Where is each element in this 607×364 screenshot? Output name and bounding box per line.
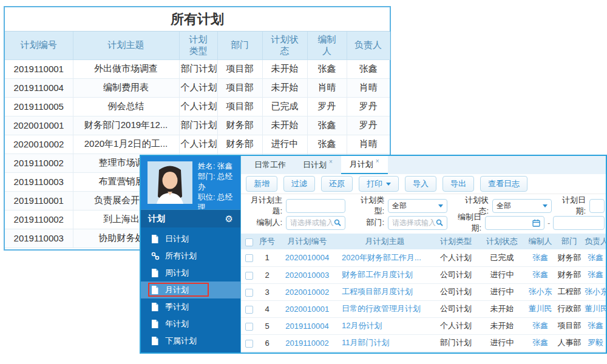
plan-owner-cell: 肖晴 xyxy=(347,135,390,153)
type-filter-select[interactable]: 全部 xyxy=(388,199,447,213)
monthly-plan-column-header: 计划类型 xyxy=(433,234,479,249)
compile-date-end-input[interactable] xyxy=(553,216,605,230)
all-plans-column-header: 计划状态 xyxy=(262,32,307,59)
profile-info: 姓名: 张鑫 部门: 总经办 职位: 总经理 xyxy=(192,161,236,204)
row-checkbox[interactable] xyxy=(245,254,253,262)
plan-subject-link[interactable]: 11月部门计划 xyxy=(337,334,433,351)
table-row[interactable]: 2019110004 编制费用表 个人计划 项目部 未开始 肖晴 肖晴 xyxy=(5,78,390,97)
plan-date-filter-input[interactable] xyxy=(589,199,605,213)
table-row[interactable]: 2020010002 2020年1月2日的工... 个人计划 财务部 进行中 张… xyxy=(5,135,390,153)
plan-owner-link[interactable]: 张鑫 xyxy=(583,317,606,334)
table-row[interactable]: 4 2020010001 日常的行政管理月计划 公司计划 未开始 董川民 行政部… xyxy=(241,300,606,317)
all-plans-column-header: 计划主题 xyxy=(73,32,179,59)
toolbar-button[interactable]: 过滤 xyxy=(283,176,315,192)
row-number-cell: 4 xyxy=(257,300,277,317)
compile-date-start-input[interactable] xyxy=(485,216,544,230)
sidebar-menu-item[interactable]: 月计划 xyxy=(141,281,240,298)
plan-code-cell: 2019110004 xyxy=(5,78,73,97)
table-row[interactable]: 2020010001 财务部门2019年12... 部门计划 财务部 未开始 张… xyxy=(5,116,390,135)
row-checkbox[interactable] xyxy=(245,289,253,297)
plan-compiler-link[interactable]: 董川民 xyxy=(525,300,555,317)
row-select-cell xyxy=(241,317,257,334)
toolbar-button[interactable]: 打印 xyxy=(359,176,399,192)
plan-dept-cell: 项目部 xyxy=(555,317,583,334)
plan-code-link[interactable]: 2020010001 xyxy=(277,300,337,317)
plan-subject-link[interactable]: 12月份计划 xyxy=(337,317,433,334)
sidebar-menu-item[interactable]: 下属计划 xyxy=(141,332,240,349)
table-row[interactable]: 2019110001 外出做市场调查 部门计划 项目部 未开始 张鑫 张鑫 xyxy=(5,59,390,78)
plan-type-cell: 公司计划 xyxy=(433,300,479,317)
plan-compiler-link[interactable]: 张鑫 xyxy=(525,266,555,283)
toolbar-button[interactable]: 还原 xyxy=(321,176,353,192)
tab[interactable]: 月计划 × xyxy=(341,156,388,174)
chevron-down-icon xyxy=(438,204,443,207)
row-checkbox[interactable] xyxy=(245,272,253,280)
plan-code-link[interactable]: 2019110004 xyxy=(277,317,337,334)
plan-owner-link[interactable]: 张鑫 xyxy=(583,266,606,283)
plan-compiler-link[interactable]: 张鑫 xyxy=(525,317,555,334)
toolbar-button[interactable]: 导出 xyxy=(443,176,474,192)
sidebar-menu-item[interactable]: 周计划 xyxy=(141,265,240,281)
row-checkbox[interactable] xyxy=(245,323,253,331)
table-row[interactable]: 1 2020010004 2020年财务部工作月... 个人计划 已完成 张鑫 … xyxy=(241,249,606,266)
filter-row-1: 月计划主题: 计划类型: 全部 计划状态: 全部 计划日期: xyxy=(243,197,606,214)
plan-compiler-link[interactable]: 张鑫 xyxy=(525,249,555,266)
row-number-cell: 2 xyxy=(257,266,277,283)
plan-subject-link[interactable]: 工程项目部月度计划 xyxy=(337,283,433,300)
plan-code-link[interactable]: 2020010003 xyxy=(277,266,337,283)
table-row[interactable]: 5 2019110004 12月份计划 个人计划 未开始 张鑫 项目部 张鑫 xyxy=(241,317,606,334)
screenshot-stage: 所有计划 计划编号 计划主题 计划类型 部门 计划状态 xyxy=(0,0,607,364)
toolbar-button[interactable]: 新增 xyxy=(246,176,277,192)
plan-owner-link[interactable]: 罗毅 xyxy=(583,334,606,351)
plan-code-link[interactable]: 2019110002 xyxy=(277,334,337,351)
sidebar-menu-item[interactable]: 年计划 xyxy=(141,315,240,332)
close-icon[interactable]: × xyxy=(329,158,333,165)
row-checkbox[interactable] xyxy=(245,306,253,314)
row-checkbox[interactable] xyxy=(245,340,253,348)
plan-module-window: 姓名: 张鑫 部门: 总经办 职位: 总经理 计划 ⚙ xyxy=(140,155,607,354)
dept-filter-input[interactable]: 请选择或输入 xyxy=(388,216,447,230)
close-icon[interactable]: × xyxy=(376,158,379,164)
plan-subject-cell: 外出做市场调查 xyxy=(73,59,179,78)
tab[interactable]: 日计划 × xyxy=(294,156,341,174)
monthly-plan-column-header: 负责人 xyxy=(583,234,606,249)
all-plans-title: 所有计划 xyxy=(5,7,390,32)
table-row[interactable]: 2 2020010003 财务部工作月度计划 公司计划 进行中 张鑫 财务部 张… xyxy=(241,266,606,283)
toolbar-button[interactable]: 查看日志 xyxy=(480,176,527,192)
plan-code-link[interactable]: 2020010002 xyxy=(277,283,337,300)
status-filter-value: 全部 xyxy=(497,201,511,211)
plan-date-filter-label: 计划日期: xyxy=(557,195,589,217)
plan-status-cell: 进行中 xyxy=(262,135,307,153)
plan-code-cell: 2019110003 xyxy=(5,229,73,248)
toolbar-button-label: 还原 xyxy=(329,178,345,189)
gear-icon[interactable]: ⚙ xyxy=(225,214,233,224)
plan-owner-link[interactable]: 张小东 xyxy=(583,283,606,300)
plan-compiler-cell: 张鑫 xyxy=(307,59,347,78)
sidebar-menu-item[interactable]: 所有计划 xyxy=(141,248,240,265)
plan-subject-link[interactable]: 财务部工作月度计划 xyxy=(337,266,433,283)
plan-subject-link[interactable]: 日常的行政管理月计划 xyxy=(337,300,433,317)
sidebar-menu-item[interactable]: 季计划 xyxy=(141,298,240,315)
toolbar-button-label: 过滤 xyxy=(291,178,307,189)
plan-dept-cell: 财务部 xyxy=(217,116,262,135)
plan-type-cell: 部门计划 xyxy=(179,116,217,135)
table-row[interactable]: 2019110005 例会总结 个人计划 项目部 已完成 罗丹 罗丹 xyxy=(5,97,390,116)
tab[interactable]: 日常工作 × xyxy=(246,156,294,174)
plan-owner-link[interactable]: 张鑫 xyxy=(583,249,606,266)
plan-subject-link[interactable]: 2020年财务部工作月... xyxy=(337,249,433,266)
plan-owner-cell: 张鑫 xyxy=(347,59,390,78)
select-all-checkbox[interactable] xyxy=(245,238,253,246)
plan-compiler-link[interactable]: 张鑫 xyxy=(525,334,555,351)
plan-type-cell: 公司计划 xyxy=(433,266,479,283)
plan-compiler-link[interactable]: 张小东 xyxy=(525,283,555,300)
table-row[interactable]: 6 2019110002 11月部门计划 部门计划 进行中 张鑫 人事部 罗毅 xyxy=(241,334,606,351)
plan-code-link[interactable]: 2020010004 xyxy=(277,249,337,266)
plan-compiler-cell: 张鑫 xyxy=(307,116,347,135)
sidebar-menu-item[interactable]: 日计划 xyxy=(141,231,240,248)
status-filter-select[interactable]: 全部 xyxy=(492,199,552,213)
subject-filter-input[interactable] xyxy=(286,199,345,213)
table-row[interactable]: 3 2020010002 工程项目部月度计划 公司计划 进行中 张小东 工程部 … xyxy=(241,283,606,300)
compiler-filter-input[interactable]: 请选择或输入 xyxy=(286,216,345,230)
toolbar-button[interactable]: 导入 xyxy=(405,176,436,192)
plan-owner-link[interactable]: 董川民 xyxy=(583,300,606,317)
